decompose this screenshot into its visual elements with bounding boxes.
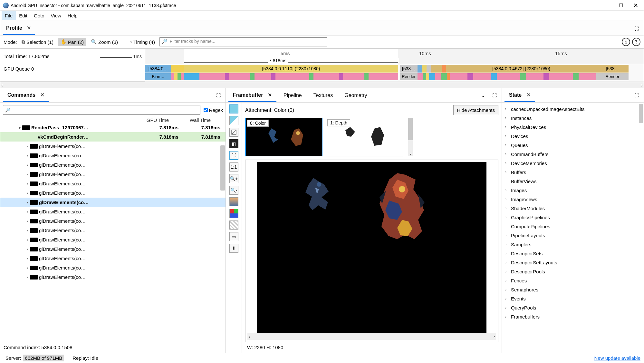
zoom-in-icon[interactable]: 🔍+ bbox=[229, 174, 238, 183]
command-row[interactable]: ›glDrawElements(co… bbox=[0, 179, 226, 188]
view-scroll-left-icon[interactable]: ‹ bbox=[249, 334, 250, 339]
chevron-icon[interactable]: › bbox=[25, 163, 30, 167]
menu-goto[interactable]: Goto bbox=[31, 11, 48, 20]
state-item[interactable]: ›Queues bbox=[502, 141, 644, 150]
tab-state[interactable]: State ✕ bbox=[505, 89, 535, 102]
command-row[interactable]: ›glDrawElements(co… bbox=[0, 263, 226, 272]
state-item[interactable]: ›DeviceMemories bbox=[502, 159, 644, 168]
regex-checkbox[interactable]: Regex bbox=[204, 107, 223, 113]
mode-pan-button[interactable]: ✋ Pan (2) bbox=[58, 38, 86, 46]
chevron-icon[interactable]: › bbox=[25, 191, 30, 195]
state-item[interactable]: ›DescriptorPools bbox=[502, 267, 644, 276]
timeline-hscroll[interactable]: ‹ › bbox=[0, 82, 644, 88]
commands-scrollbar[interactable] bbox=[220, 145, 225, 191]
zoom-out-icon[interactable]: 🔍- bbox=[229, 186, 238, 195]
chevron-icon[interactable]: › bbox=[25, 182, 30, 186]
outline-icon[interactable] bbox=[229, 128, 238, 137]
menu-help[interactable]: Help bbox=[64, 11, 81, 20]
tab-commands[interactable]: Commands ✕ bbox=[3, 89, 49, 102]
histogram-icon[interactable] bbox=[229, 197, 238, 206]
state-item[interactable]: ComputePipelines bbox=[502, 222, 644, 231]
mode-selection-button[interactable]: ⧉ Selection (1) bbox=[19, 38, 56, 46]
command-row[interactable]: ›glDrawElements(co… bbox=[0, 272, 226, 282]
state-item[interactable]: ›Images bbox=[502, 186, 644, 195]
flip-icon[interactable]: ▭ bbox=[229, 232, 238, 241]
state-item[interactable]: ›Events bbox=[502, 294, 644, 303]
state-item[interactable]: ›Samplers bbox=[502, 240, 644, 249]
tab-textures[interactable]: Textures bbox=[309, 89, 337, 102]
state-tree[interactable]: ›cachedUnpackedImageAspectBits›Instances… bbox=[502, 103, 644, 353]
chevron-icon[interactable]: › bbox=[25, 219, 30, 223]
update-link[interactable]: New update available bbox=[594, 355, 640, 361]
tab-framebuffer[interactable]: Framebuffer ✕ bbox=[228, 89, 276, 102]
half-fill-icon[interactable] bbox=[229, 116, 238, 125]
state-item[interactable]: ›QueryPools bbox=[502, 303, 644, 312]
menu-edit[interactable]: Edit bbox=[16, 11, 31, 20]
state-item[interactable]: ›Semaphores bbox=[502, 285, 644, 294]
chevron-icon[interactable]: › bbox=[25, 247, 30, 251]
tab-profile[interactable]: Profile ✕ bbox=[3, 22, 35, 35]
tab-profile-close-icon[interactable]: ✕ bbox=[27, 25, 31, 31]
menu-file[interactable]: File bbox=[2, 11, 16, 20]
chevron-icon[interactable]: › bbox=[25, 228, 30, 233]
command-row[interactable]: ›glDrawElements(co… bbox=[0, 198, 226, 207]
command-row[interactable]: ›glDrawElements(co… bbox=[0, 142, 226, 151]
gpu-queue-track[interactable]: [5384 0… [5384 0 0 1110] (2280x1080) [53… bbox=[145, 64, 644, 82]
help-icon[interactable]: ? bbox=[632, 38, 640, 46]
state-close-icon[interactable]: ✕ bbox=[526, 92, 531, 98]
state-item[interactable]: ›Fences bbox=[502, 276, 644, 285]
state-item[interactable]: ›ImageViews bbox=[502, 195, 644, 204]
attachment-thumb-depth[interactable]: 1: Depth bbox=[326, 118, 403, 156]
minimize-button[interactable]: — bbox=[599, 0, 613, 11]
chevron-icon[interactable]: › bbox=[25, 256, 30, 261]
download-icon[interactable]: ⬇ bbox=[229, 244, 238, 253]
track-filter-input[interactable]: 🔎 Filter tracks by name... bbox=[159, 37, 327, 46]
command-row[interactable]: ›glDrawElements(co… bbox=[0, 254, 226, 263]
command-row[interactable]: ›glDrawElements(co… bbox=[0, 160, 226, 170]
framebuffer-fullscreen-icon[interactable]: ⛶ bbox=[490, 91, 499, 100]
state-scrollbar[interactable] bbox=[639, 104, 643, 123]
state-item[interactable]: ›DescriptorSetLayouts bbox=[502, 258, 644, 267]
chevron-icon[interactable]: › bbox=[25, 200, 30, 205]
scroll-right-icon[interactable]: › bbox=[641, 83, 642, 88]
command-row[interactable]: ›glDrawElements(co… bbox=[0, 188, 226, 198]
command-row[interactable]: ›glDrawElements(co… bbox=[0, 226, 226, 235]
chevron-icon[interactable]: › bbox=[25, 144, 30, 149]
state-item[interactable]: ›PipelineLayouts bbox=[502, 231, 644, 240]
scroll-left-icon[interactable]: ‹ bbox=[2, 83, 3, 88]
state-item[interactable]: ›Buffers bbox=[502, 168, 644, 177]
commands-list[interactable]: ▾RenderPass: 12970367…7.818ms7.818msvkCm… bbox=[0, 123, 226, 342]
chevron-icon[interactable]: ▾ bbox=[17, 125, 22, 130]
state-item[interactable]: ›CommandBuffers bbox=[502, 150, 644, 159]
chevron-icon[interactable]: › bbox=[25, 266, 30, 270]
hide-attachments-button[interactable]: Hide Attachments bbox=[453, 105, 498, 115]
solid-fill-icon[interactable] bbox=[229, 104, 238, 113]
chevron-icon[interactable]: › bbox=[25, 153, 30, 158]
state-item[interactable]: BufferViews bbox=[502, 177, 644, 186]
mode-zoom-button[interactable]: 🔍 Zoom (3) bbox=[88, 38, 120, 46]
command-row[interactable]: ›glDrawElements(co… bbox=[0, 151, 226, 160]
fit-window-icon[interactable]: ⛶ bbox=[229, 151, 238, 160]
command-row[interactable]: ›glDrawElements(co… bbox=[0, 216, 226, 226]
command-row[interactable]: ›glDrawElements(co… bbox=[0, 235, 226, 244]
maximize-button[interactable]: ☐ bbox=[613, 0, 628, 11]
state-item[interactable]: ›cachedUnpackedImageAspectBits bbox=[502, 104, 644, 113]
state-item[interactable]: ›DescriptorSets bbox=[502, 249, 644, 258]
state-item[interactable]: ›GraphicsPipelines bbox=[502, 213, 644, 222]
framebuffer-view[interactable] bbox=[257, 162, 486, 333]
tab-geometry[interactable]: Geometry bbox=[340, 89, 371, 102]
state-item[interactable]: ›PhysicalDevices bbox=[502, 123, 644, 132]
menu-view[interactable]: View bbox=[48, 11, 64, 20]
mode-timing-button[interactable]: ⟶ Timing (4) bbox=[122, 38, 158, 46]
channels-icon[interactable] bbox=[229, 209, 238, 218]
command-row[interactable]: ›glDrawElements(co… bbox=[0, 170, 226, 179]
commands-fullscreen-icon[interactable]: ⛶ bbox=[214, 91, 223, 100]
chevron-down-icon[interactable]: ⌄ bbox=[478, 91, 487, 100]
timeline-ruler[interactable]: 5ms 10ms 15ms 7.818ms bbox=[145, 49, 644, 64]
state-item[interactable]: ›Framebuffers bbox=[502, 312, 644, 321]
actual-size-icon[interactable]: 1:1 bbox=[229, 162, 238, 172]
command-row[interactable]: ›glDrawElements(co… bbox=[0, 207, 226, 216]
chevron-icon[interactable]: › bbox=[25, 275, 30, 280]
command-row[interactable]: ›glDrawElements(co… bbox=[0, 244, 226, 254]
framebuffer-close-icon[interactable]: ✕ bbox=[268, 92, 272, 98]
